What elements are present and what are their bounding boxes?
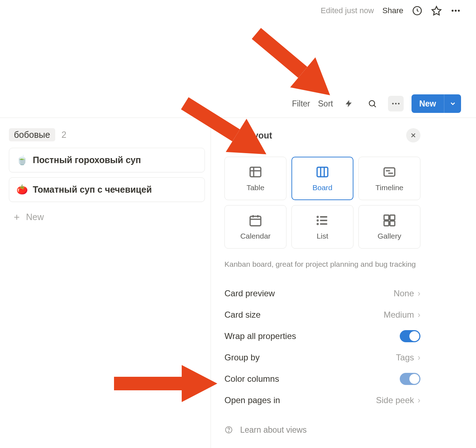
setting-label: Card size — [224, 310, 260, 320]
setting-label: Wrap all properties — [224, 331, 296, 341]
view-options-icon[interactable] — [388, 96, 404, 111]
svg-point-2 — [455, 10, 457, 12]
svg-rect-11 — [250, 216, 261, 226]
toggle-on[interactable] — [400, 330, 420, 342]
group-tag: бобовые — [9, 128, 55, 141]
setting-wrap-properties[interactable]: Wrap all properties — [224, 327, 420, 345]
card-emoji: 🍵 — [16, 155, 28, 166]
view-settings-panel: Layout Table Board Timeline Calendar Lis… — [224, 128, 420, 435]
svg-point-6 — [395, 103, 397, 105]
new-card-label: New — [26, 212, 44, 222]
svg-point-5 — [392, 103, 394, 105]
vertical-divider — [211, 118, 211, 448]
setting-label: Open pages in — [224, 395, 280, 405]
svg-point-14 — [317, 224, 318, 224]
setting-open-pages-in[interactable]: Open pages in Side peek › — [224, 391, 420, 410]
annotation-arrow-color-columns — [114, 360, 221, 406]
svg-rect-15 — [384, 215, 389, 220]
learn-label: Learn about views — [240, 425, 307, 435]
chevron-right-icon: › — [418, 288, 420, 298]
board-column: бобовые 2 🍵 Постный гороховый суп 🍅 Тома… — [9, 128, 205, 227]
annotation-arrow-toolbar — [242, 25, 349, 103]
card-title: Томатный суп с чечевицей — [33, 184, 152, 195]
setting-color-columns[interactable]: Color columns — [224, 370, 420, 388]
group-header[interactable]: бобовые 2 — [9, 128, 205, 141]
settings-list: Card preview None › Card size Medium › W… — [224, 284, 420, 410]
setting-label: Group by — [224, 353, 260, 363]
setting-label: Card preview — [224, 288, 275, 298]
panel-header: Layout — [224, 128, 420, 142]
horizontal-divider — [0, 118, 476, 118]
updates-icon[interactable] — [412, 5, 423, 16]
setting-value: None — [394, 288, 414, 298]
svg-point-20 — [228, 431, 229, 432]
setting-value: Medium — [384, 310, 414, 320]
layout-label: Calendar — [240, 232, 270, 240]
svg-point-4 — [369, 100, 374, 106]
edited-status: Edited just now — [321, 6, 374, 15]
layout-label: Gallery — [378, 232, 402, 240]
layout-tile-table[interactable]: Table — [224, 157, 286, 200]
svg-rect-9 — [317, 167, 328, 177]
svg-rect-18 — [390, 221, 395, 226]
chevron-right-icon: › — [418, 353, 420, 363]
layout-tile-gallery[interactable]: Gallery — [358, 205, 420, 249]
sort-button[interactable]: Sort — [318, 99, 333, 109]
svg-rect-25 — [114, 377, 182, 390]
favorite-icon[interactable] — [431, 5, 442, 16]
card-title: Постный гороховый суп — [33, 155, 141, 165]
setting-card-size[interactable]: Card size Medium › — [224, 306, 420, 324]
card-emoji: 🍅 — [16, 184, 28, 195]
chevron-right-icon: › — [418, 395, 420, 405]
setting-group-by[interactable]: Group by Tags › — [224, 348, 420, 367]
board-card[interactable]: 🍵 Постный гороховый суп — [9, 148, 205, 172]
layout-grid: Table Board Timeline Calendar List Galle… — [224, 157, 420, 249]
svg-rect-21 — [252, 28, 307, 78]
svg-point-1 — [452, 10, 454, 12]
panel-title: Layout — [243, 130, 272, 141]
search-icon[interactable] — [364, 96, 380, 111]
setting-value: Tags — [396, 353, 414, 363]
learn-about-views[interactable]: Learn about views — [224, 425, 420, 435]
layout-label: Board — [312, 183, 332, 192]
layout-tile-timeline[interactable]: Timeline — [358, 157, 420, 200]
svg-rect-17 — [384, 221, 389, 226]
layout-tile-list[interactable]: List — [291, 205, 353, 249]
svg-point-3 — [458, 10, 460, 12]
layout-tile-board[interactable]: Board — [291, 157, 353, 200]
new-button-label: New — [412, 99, 444, 109]
layout-label: Table — [247, 183, 264, 192]
svg-rect-16 — [390, 215, 395, 220]
svg-rect-8 — [250, 167, 261, 177]
setting-value: Side peek — [376, 395, 414, 405]
layout-tile-calendar[interactable]: Calendar — [224, 205, 286, 249]
automations-icon[interactable] — [341, 96, 357, 111]
new-card-button[interactable]: New — [9, 207, 205, 227]
board-card[interactable]: 🍅 Томатный суп с чечевицей — [9, 177, 205, 202]
svg-point-7 — [398, 103, 400, 105]
layout-description: Kanban board, great for project planning… — [224, 259, 420, 270]
more-icon[interactable] — [450, 5, 461, 16]
svg-marker-26 — [182, 365, 217, 402]
setting-label: Color columns — [224, 374, 279, 384]
back-icon[interactable] — [224, 130, 234, 141]
close-icon[interactable] — [406, 128, 420, 142]
setting-card-preview[interactable]: Card preview None › — [224, 284, 420, 303]
chevron-right-icon: › — [418, 310, 420, 320]
toggle-on[interactable] — [400, 373, 420, 385]
filter-button[interactable]: Filter — [292, 99, 310, 109]
top-bar: Edited just now Share — [0, 0, 476, 21]
database-toolbar: Filter Sort New — [292, 94, 461, 113]
share-button[interactable]: Share — [382, 6, 403, 15]
svg-point-13 — [317, 220, 318, 221]
group-count: 2 — [62, 130, 67, 140]
new-button-caret[interactable] — [444, 94, 461, 113]
new-button[interactable]: New — [412, 94, 461, 113]
layout-label: List — [317, 232, 328, 240]
svg-rect-10 — [384, 168, 395, 176]
svg-point-12 — [317, 217, 318, 217]
layout-label: Timeline — [376, 183, 404, 192]
